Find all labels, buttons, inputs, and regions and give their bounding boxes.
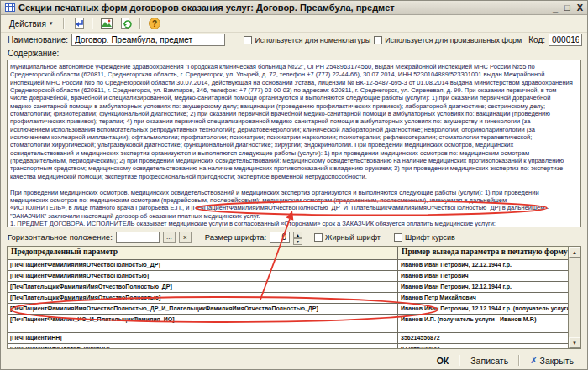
help-icon[interactable]: ?: [146, 16, 163, 31]
checkbox-box[interactable]: [244, 36, 252, 44]
svg-text:?: ?: [152, 19, 157, 29]
param-cell: [ПечПациентФамилияИмяОтчествоПолностью_Д…: [8, 304, 398, 314]
param-cell: [ПечПлательщикФамилияИмяОтчествоПолность…: [8, 282, 398, 292]
content-line: стоматологии хирургической; ультразвуков…: [10, 141, 578, 149]
content-line: Среднегорской области (620811, Среднегор…: [10, 70, 578, 78]
font-size-label: Размер шрифта:: [205, 232, 266, 242]
example-cell: Иванов Петр Михайлович: [398, 293, 568, 303]
header-example: Пример вывода параметра в печатную форму: [398, 247, 568, 259]
close-dialog-button[interactable]: ✗ Закрыть: [525, 355, 579, 367]
spin-down-icon[interactable]: ▼: [293, 238, 302, 245]
font-size-stepper[interactable]: ▲ ▼: [293, 232, 302, 243]
button-separator: [459, 355, 460, 366]
table-row[interactable]: [ПечПлательщикФамилияИмяОтчествоПолность…: [8, 282, 568, 293]
example-cell: Иванов Иван Петрович, 12.12.1944 г.р.: [398, 282, 568, 292]
toolbar-separator: [63, 18, 65, 29]
button-separator: [518, 355, 520, 366]
font-size-input[interactable]: [270, 232, 290, 243]
content-line: "ЗАКАЗЧИК" заключили настоящий договор о…: [10, 212, 578, 220]
content-line: освидетельствований и медицинских экспер…: [10, 149, 578, 157]
param-cell: [ПечПациентФамилияИмяОтчествоПолностью_Д…: [8, 260, 398, 270]
chevron-down-icon: ▼: [49, 21, 54, 26]
checkbox-nomenclature[interactable]: Используется для номенклатуры: [244, 36, 370, 44]
spin-up-icon[interactable]: ▲: [293, 232, 302, 238]
code-label: Код:: [528, 35, 545, 44]
table-row[interactable]: [ПечПациентФамилияИмяОтчествоПолностью_Д…: [8, 304, 568, 315]
minimize-button[interactable]: _: [553, 3, 558, 13]
table-row[interactable]: [ПечПлательщикФамилияИмяОтчествоПолность…: [8, 293, 568, 304]
checkbox-italic[interactable]: Шрифт курсив: [394, 233, 455, 242]
table-row[interactable]: [ПечПациентФамилияИмяОтчествоПолностью] …: [8, 271, 568, 282]
table-row[interactable]: [ПечПациентИНН] 356214556872: [8, 333, 568, 344]
param-cell: [ПечПациентИлиПлательщикИНН]: [8, 344, 398, 348]
content-line: качества медицинской помощи; экспертизе …: [10, 173, 578, 180]
table-body: [ПечПациентФамилияИмяОтчествоПолностью_Д…: [8, 260, 568, 348]
scrollbar-track[interactable]: [569, 258, 580, 337]
close-x-icon: ✗: [530, 356, 537, 365]
checkbox-bold[interactable]: Жирный шрифт: [314, 233, 381, 242]
actions-menu-label: Действия: [9, 19, 46, 29]
content-line: При проведении медицинских осмотров, мед…: [10, 189, 578, 196]
content-line: медицинских осмотров по: медицинским осм…: [10, 196, 578, 204]
form-arrow-icon[interactable]: [70, 16, 87, 31]
header-param: Предопределенный параметр: [8, 247, 398, 259]
content-line: числе доврачебной, врачебной и специализ…: [10, 94, 578, 102]
checkbox-box[interactable]: [374, 36, 382, 44]
horizontal-position-label: Горизонтальное положение:: [8, 232, 113, 242]
toolbar: Действия ▼ ?: [1, 15, 587, 33]
window-title: Секции печатных форм договоров оказания …: [18, 3, 549, 13]
vertical-scrollbar[interactable]: ▲ ▼: [569, 247, 580, 348]
parameters-table: Предопределенный параметр Пример вывода …: [7, 246, 581, 349]
bold-label: Жирный шрифт: [325, 233, 381, 242]
code-input[interactable]: [549, 34, 582, 46]
content-line: «ИСПОЛНИТЕЛЬ», в лице главного врача Гри…: [10, 204, 578, 211]
ok-button[interactable]: ОК: [432, 355, 454, 367]
checkbox-box[interactable]: [314, 233, 323, 242]
content-label: Содержание:: [8, 49, 59, 58]
content-line: инспекцией МНС России №5 по Среднегорско…: [10, 79, 578, 86]
close-button[interactable]: X: [577, 3, 583, 13]
content-textarea[interactable]: Муниципальное автономное учреждение здра…: [7, 60, 581, 227]
table-row[interactable]: [ПечПациентФамилияИмяОтчествоПолностью_Д…: [8, 260, 568, 271]
param-cell: [ПечПациентИНН]: [8, 333, 398, 343]
actions-menu-button[interactable]: Действия ▼: [5, 18, 58, 30]
checkbox-custom-forms[interactable]: Используется для произвольных форм: [374, 36, 522, 44]
name-input[interactable]: [71, 34, 225, 46]
table-row[interactable]: [ПечПациентИлиПлательщикИНН] 07785632004…: [8, 344, 568, 348]
name-row: Наименование: Используется для номенклат…: [1, 33, 587, 47]
checkbox-box[interactable]: [394, 233, 402, 242]
scroll-down-icon[interactable]: ▼: [569, 337, 580, 348]
horizontal-position-input[interactable]: [116, 232, 160, 243]
footer-buttons: ОК Записать ✗ Закрыть: [1, 352, 587, 368]
ellipsis-button[interactable]: ...: [163, 232, 176, 243]
table-row[interactable]: [ПечПациентФамилия_ИО_И_ПлательщикФамили…: [8, 315, 568, 333]
name-label: Наименование:: [8, 35, 68, 44]
window-icon: [5, 3, 15, 13]
titlebar[interactable]: Секции печатных форм договоров оказания …: [1, 1, 587, 15]
picture-icon[interactable]: [98, 16, 115, 31]
content-line: (предварительным, периодическим); 2) при…: [10, 157, 578, 164]
example-cell: Иванов Иван Петрович: [398, 271, 568, 281]
example-cell: Иванов И.П. (получатель услуги - Иванов …: [398, 315, 568, 332]
content-line: исключением кохлеарной имплантации); офт…: [10, 133, 578, 141]
checkbox-nomenclature-label: Используется для номенклатуры: [255, 36, 370, 44]
clear-button[interactable]: x: [179, 232, 192, 243]
format-controls: Горизонтальное положение: ... x Размер ш…: [1, 230, 587, 244]
refresh-document-icon[interactable]: [118, 16, 134, 31]
param-cell: [ПечПациентФамилияИмяОтчествоПолностью]: [8, 271, 398, 281]
content-line: стоматологии; физиотерапии; функциональн…: [10, 110, 578, 117]
param-cell: [ПечПациентФамилия_ИО_И_ПлательщикФамили…: [8, 315, 398, 332]
example-cell: 077856320044: [398, 344, 568, 348]
content-line: профилактических прививок); терапии; 4) …: [10, 117, 578, 125]
save-button[interactable]: Записать: [465, 355, 513, 367]
table-header-row: Предопределенный параметр Пример вывода …: [8, 247, 568, 260]
example-cell: Иванов Иван Петрович, 12.12.1944 г.р.: [398, 260, 568, 270]
param-cell: [ПечПлательщикФамилияИмяОтчествоПолность…: [8, 293, 398, 303]
content-line: исключением использования вспомогательны…: [10, 126, 578, 133]
content-line: медико-санитарной помощи в амбулаторных …: [10, 102, 578, 110]
toolbar-separator: [139, 18, 141, 29]
italic-label: Шрифт курсив: [405, 233, 455, 242]
maximize-button[interactable]: □: [564, 3, 570, 13]
scroll-up-icon[interactable]: ▲: [569, 247, 580, 258]
content-line: Муниципальное автономное учреждение здра…: [10, 63, 578, 70]
